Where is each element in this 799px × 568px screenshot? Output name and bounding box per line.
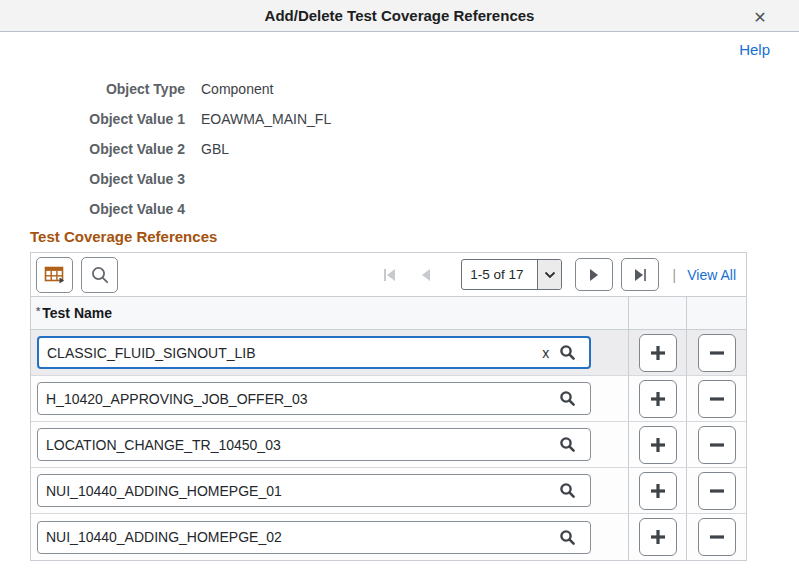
add-column-header <box>628 297 686 329</box>
help-link[interactable]: Help <box>739 41 770 58</box>
object-type-value: Component <box>185 81 273 97</box>
grid-search-button[interactable] <box>81 257 118 293</box>
object-value1-label: Object Value 1 <box>0 111 185 127</box>
object-value2-value: GBL <box>185 141 229 157</box>
object-value4-row: Object Value 4 <box>0 194 331 224</box>
input-icons <box>559 514 576 560</box>
table-row <box>31 514 746 560</box>
lookup-search-icon[interactable] <box>559 390 576 407</box>
object-type-label: Object Type <box>0 81 185 97</box>
grid-header-row: * Test Name <box>31 296 746 330</box>
input-icons <box>559 376 576 421</box>
view-all-link[interactable]: View All <box>687 267 736 283</box>
last-page-icon <box>632 268 648 282</box>
add-row-button[interactable] <box>639 334 677 372</box>
object-info-panel: Object Type Component Object Value 1 EOA… <box>0 74 331 224</box>
delete-cell <box>686 468 746 513</box>
table-row: x <box>31 330 746 376</box>
test-name-input[interactable] <box>37 382 591 415</box>
close-icon[interactable]: ✕ <box>749 6 771 28</box>
dialog-titlebar: Add/Delete Test Coverage References ✕ <box>0 0 799 32</box>
delete-row-button[interactable] <box>698 518 736 556</box>
chevron-down-icon <box>537 260 561 289</box>
minus-icon <box>708 344 726 362</box>
lookup-search-icon[interactable] <box>559 436 576 453</box>
add-cell <box>628 422 686 467</box>
dialog-title: Add/Delete Test Coverage References <box>265 7 535 24</box>
grid-toolbar: 1-5 of 17 <box>31 253 746 296</box>
minus-icon <box>708 436 726 454</box>
test-name-column-header: * Test Name <box>31 297 628 329</box>
first-page-button[interactable] <box>379 264 401 286</box>
plus-icon <box>649 528 667 546</box>
delete-row-button[interactable] <box>698 334 736 372</box>
pagination: 1-5 of 17 <box>379 258 736 291</box>
table-row <box>31 376 746 422</box>
test-name-cell <box>31 376 628 421</box>
object-value1-value: EOAWMA_MAIN_FL <box>185 111 331 127</box>
plus-icon <box>649 436 667 454</box>
object-value3-row: Object Value 3 <box>0 164 331 194</box>
lookup-search-icon[interactable] <box>559 344 576 361</box>
object-type-row: Object Type Component <box>0 74 331 104</box>
previous-page-button[interactable] <box>415 264 437 286</box>
previous-page-icon <box>420 268 432 282</box>
test-name-input[interactable] <box>37 336 591 369</box>
table-row <box>31 468 746 514</box>
input-icons: x <box>542 330 576 375</box>
test-name-header-label: Test Name <box>42 305 112 321</box>
lookup-search-icon[interactable] <box>559 529 576 546</box>
test-name-cell <box>31 468 628 513</box>
add-cell <box>628 468 686 513</box>
test-name-input[interactable] <box>37 521 591 554</box>
object-value3-label: Object Value 3 <box>0 171 185 187</box>
object-value2-row: Object Value 2 GBL <box>0 134 331 164</box>
add-cell <box>628 514 686 560</box>
section-title: Test Coverage References <box>30 228 217 245</box>
test-name-input[interactable] <box>37 428 591 461</box>
input-icons <box>559 468 576 513</box>
first-page-icon <box>382 268 398 282</box>
add-row-button[interactable] <box>639 472 677 510</box>
add-row-button[interactable] <box>639 518 677 556</box>
delete-row-button[interactable] <box>698 380 736 418</box>
last-page-button[interactable] <box>621 258 659 291</box>
minus-icon <box>708 528 726 546</box>
object-value4-label: Object Value 4 <box>0 201 185 217</box>
object-value2-label: Object Value 2 <box>0 141 185 157</box>
minus-icon <box>708 390 726 408</box>
delete-cell <box>686 376 746 421</box>
page-range-value: 1-5 of 17 <box>462 260 537 289</box>
plus-icon <box>649 344 667 362</box>
lookup-search-icon[interactable] <box>559 482 576 499</box>
clear-icon[interactable]: x <box>542 346 549 360</box>
delete-row-button[interactable] <box>698 426 736 464</box>
plus-icon <box>649 390 667 408</box>
plus-icon <box>649 482 667 500</box>
add-row-button[interactable] <box>639 426 677 464</box>
grid-actions-button[interactable] <box>36 257 73 293</box>
delete-column-header <box>686 297 746 329</box>
next-page-icon <box>588 268 600 282</box>
add-cell <box>628 330 686 375</box>
delete-cell <box>686 514 746 560</box>
test-coverage-grid: 1-5 of 17 <box>30 252 747 561</box>
page-range-select[interactable]: 1-5 of 17 <box>461 259 562 290</box>
next-page-button[interactable] <box>575 258 613 291</box>
minus-icon <box>708 482 726 500</box>
required-marker: * <box>36 305 40 317</box>
test-name-cell: x <box>31 330 628 375</box>
delete-row-button[interactable] <box>698 472 736 510</box>
test-name-cell <box>31 422 628 467</box>
grid-actions-icon <box>44 266 66 284</box>
add-cell <box>628 376 686 421</box>
table-row <box>31 422 746 468</box>
object-value1-row: Object Value 1 EOAWMA_MAIN_FL <box>0 104 331 134</box>
test-name-input[interactable] <box>37 474 591 507</box>
search-icon <box>90 265 110 285</box>
test-name-cell <box>31 514 628 560</box>
delete-cell <box>686 422 746 467</box>
input-icons <box>559 422 576 467</box>
add-row-button[interactable] <box>639 380 677 418</box>
pagination-separator: | <box>672 266 676 283</box>
